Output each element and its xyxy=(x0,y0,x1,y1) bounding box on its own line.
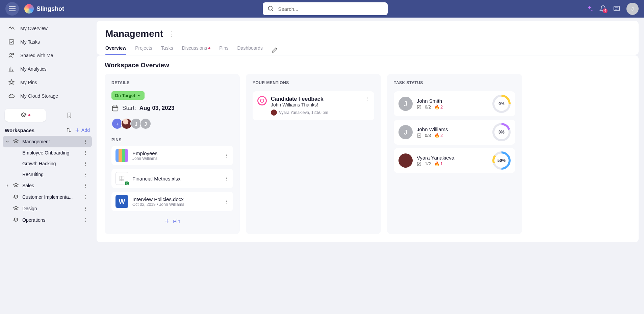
progress-pct: 50% xyxy=(497,158,506,163)
task-status-row[interactable]: J John Smith 0/2 🔥2 0% xyxy=(394,91,515,116)
tab-dashboards[interactable]: Dashboards xyxy=(237,45,263,55)
user-name: John Williams xyxy=(417,126,488,132)
ai-sparkle-icon[interactable] xyxy=(586,5,593,13)
tab-pins[interactable]: Pins xyxy=(219,45,228,55)
pencil-icon xyxy=(272,47,278,53)
user-avatar: J xyxy=(398,125,413,139)
workspace-growth-hacking[interactable]: Growth Hacking ⋮ xyxy=(3,158,92,169)
pin-more-button[interactable]: ⋮ xyxy=(224,153,229,158)
nav-label: My Tasks xyxy=(20,39,40,45)
mention-text: John Williams Thanks! xyxy=(271,102,361,107)
nav-label: Shared with Me xyxy=(20,53,53,58)
workspace-more-button[interactable]: ⋮ xyxy=(82,183,89,188)
messages-button[interactable] xyxy=(613,5,620,13)
tab-projects[interactable]: Projects xyxy=(135,45,152,55)
indicator-dot xyxy=(28,114,30,116)
workspace-operations[interactable]: Operations ⋮ xyxy=(3,214,92,226)
start-label: Start: xyxy=(122,105,136,112)
fire-count: 2 xyxy=(440,104,443,110)
task-status-header: TASK STATUS xyxy=(394,80,515,85)
hamburger-menu-button[interactable] xyxy=(5,2,19,16)
layers-icon xyxy=(20,112,27,119)
sidebar-tab-bookmarks[interactable] xyxy=(49,109,90,122)
members-row[interactable]: + J J xyxy=(111,118,233,129)
nav-my-tasks[interactable]: My Tasks xyxy=(3,35,92,49)
mentions-header: YOUR MENTIONS xyxy=(253,80,374,85)
logo[interactable]: Slingshot xyxy=(24,4,64,14)
start-date: Aug 03, 2023 xyxy=(139,105,175,112)
add-workspace-button[interactable]: Add xyxy=(75,127,90,133)
pin-item[interactable]: W Interview Policies.docx Oct 02, 2019 •… xyxy=(111,192,233,211)
nav-my-pins[interactable]: My Pins xyxy=(3,76,92,89)
workspace-design[interactable]: Design ⋮ xyxy=(3,203,92,214)
chevron-down-icon xyxy=(5,140,9,144)
nav-label: My Cloud Storage xyxy=(20,93,58,99)
start-date-row[interactable]: Start: Aug 03, 2023 xyxy=(111,104,233,112)
workspace-more-button[interactable]: ⋮ xyxy=(82,172,89,177)
sort-icon[interactable] xyxy=(66,127,72,133)
mention-item[interactable]: Candidate Feedback John Williams Thanks!… xyxy=(253,91,374,120)
search-icon xyxy=(267,5,274,12)
nav-label: My Analytics xyxy=(20,66,47,72)
flame-icon: 🔥 xyxy=(434,133,440,138)
svg-marker-21 xyxy=(14,206,18,209)
workspace-more-button[interactable]: ⋮ xyxy=(82,194,89,200)
svg-point-9 xyxy=(10,53,11,55)
add-pin-label: Pin xyxy=(173,218,180,224)
user-avatar[interactable]: J xyxy=(626,3,639,15)
tab-discussions[interactable]: Discussions xyxy=(182,45,211,55)
workspace-management[interactable]: Management ⋮ xyxy=(3,136,92,147)
notifications-badge: 4 xyxy=(603,8,608,13)
workspace-customer-implementation[interactable]: Customer Implementa... ⋮ xyxy=(3,191,92,203)
workspace-more-button[interactable]: ⋮ xyxy=(82,150,89,155)
status-label: On Target xyxy=(115,93,135,98)
svg-marker-20 xyxy=(14,195,18,197)
sidebar-tab-workspaces[interactable] xyxy=(5,109,46,122)
add-pin-button[interactable]: Pin xyxy=(111,215,233,227)
task-status-row[interactable]: Vyara Yanakieva 1/2 🔥1 50% xyxy=(394,148,515,173)
search-box[interactable] xyxy=(263,2,388,15)
page-more-button[interactable]: ⋮ xyxy=(169,30,175,38)
layers-icon xyxy=(13,206,19,212)
workspace-more-button[interactable]: ⋮ xyxy=(82,217,89,223)
edit-tabs-button[interactable] xyxy=(272,47,278,53)
chevron-right-icon xyxy=(5,184,9,188)
svg-marker-15 xyxy=(21,113,26,116)
indicator-dot xyxy=(208,47,210,49)
user-avatar: J xyxy=(398,97,413,111)
pin-more-button[interactable]: ⋮ xyxy=(224,199,229,204)
workspace-employee-onboarding[interactable]: Employee Onboarding ⋮ xyxy=(3,147,92,158)
svg-point-3 xyxy=(268,6,272,10)
nav-my-cloud-storage[interactable]: My Cloud Storage xyxy=(3,89,92,103)
calendar-icon xyxy=(111,104,119,112)
logo-text: Slingshot xyxy=(36,5,64,13)
excel-icon xyxy=(115,172,128,185)
pin-item[interactable]: Financial Metrics.xlsx ⋮ xyxy=(111,169,233,188)
search-input[interactable] xyxy=(278,6,383,12)
task-status-row[interactable]: J John Williams 0/3 🔥2 0% xyxy=(394,120,515,145)
progress-pct: 0% xyxy=(498,101,504,106)
workspace-sales[interactable]: Sales ⋮ xyxy=(3,180,92,191)
status-selector[interactable]: On Target xyxy=(111,91,145,100)
workspace-more-button[interactable]: ⋮ xyxy=(82,139,89,144)
plus-icon xyxy=(75,127,80,133)
pin-more-button[interactable]: ⋮ xyxy=(224,176,229,181)
mentions-panel: YOUR MENTIONS Candidate Feedback John Wi… xyxy=(246,74,381,234)
workspace-more-button[interactable]: ⋮ xyxy=(82,161,89,166)
notifications-button[interactable]: 4 xyxy=(599,5,607,13)
mention-more-button[interactable]: ⋮ xyxy=(365,96,369,116)
checkbox-icon xyxy=(417,162,421,166)
layers-icon xyxy=(13,139,19,145)
workspace-more-button[interactable]: ⋮ xyxy=(82,206,89,211)
nav-shared-with-me[interactable]: Shared with Me xyxy=(3,49,92,62)
task-status-panel: TASK STATUS J John Smith 0/2 🔥2 0% xyxy=(387,74,522,234)
member-avatar[interactable]: J xyxy=(140,118,151,129)
pin-item[interactable]: Employees John Williams ⋮ xyxy=(111,146,233,165)
nav-my-overview[interactable]: My Overview xyxy=(3,22,92,35)
tab-overview[interactable]: Overview xyxy=(105,45,126,55)
nav-my-analytics[interactable]: My Analytics xyxy=(3,62,92,76)
tab-tasks[interactable]: Tasks xyxy=(161,45,173,55)
add-label: Add xyxy=(81,127,90,133)
workspace-recruiting[interactable]: Recruiting ⋮ xyxy=(3,169,92,180)
pin-subtitle: John Williams xyxy=(132,156,220,161)
